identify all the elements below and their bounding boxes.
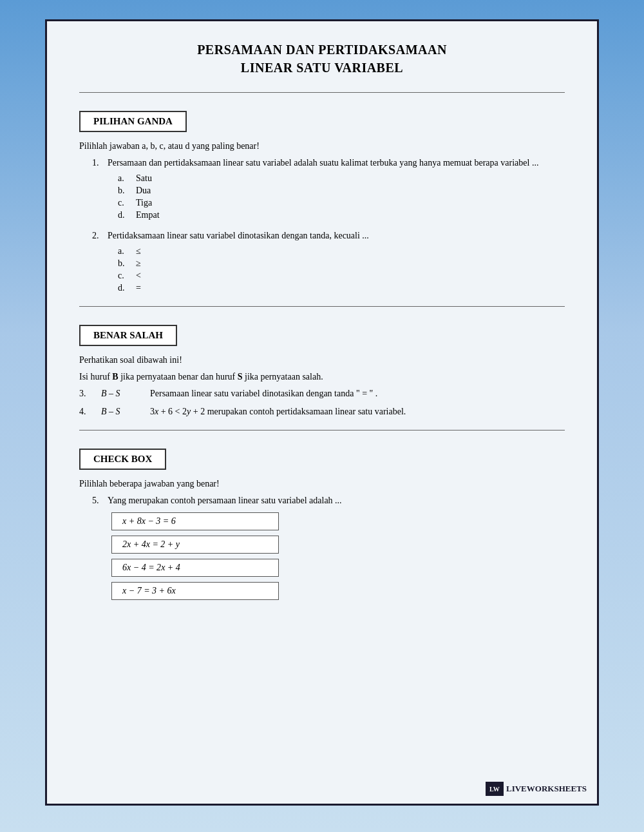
- q1-option-c-text: Tiga: [136, 198, 152, 208]
- q1-option-a-text: Satu: [136, 173, 152, 184]
- q1-option-b[interactable]: b. Dua: [118, 186, 565, 196]
- bs-instruction2: Isi huruf B jika pernyataan benar dan hu…: [79, 372, 565, 382]
- benar-salah-header: BENAR SALAH: [79, 325, 177, 346]
- cb-option-2[interactable]: 2x + 4x = 2 + y: [111, 536, 279, 554]
- cb-option-1[interactable]: x + 8x − 3 = 6: [111, 512, 279, 530]
- cb-option-4[interactable]: x − 7 = 3 + 6x: [111, 582, 279, 600]
- q2-option-d[interactable]: d. =: [118, 283, 565, 293]
- q2-text: Pertidaksamaan linear satu variabel dino…: [108, 231, 369, 241]
- q1-option-b-letter: b.: [118, 186, 131, 196]
- bs-q3-text: Persamaan linear satu variabel dinotasik…: [150, 389, 377, 399]
- badge-icon: LW: [486, 782, 504, 796]
- q2-option-a[interactable]: a. ≤: [118, 246, 565, 256]
- pilihan-ganda-instruction: Pilihlah jawaban a, b, c, atau d yang pa…: [79, 141, 565, 151]
- main-title: PERSAMAAN DAN PERTIDAKSAMAAN LINEAR SATU…: [79, 41, 565, 77]
- q1-option-a[interactable]: a. Satu: [118, 173, 565, 184]
- q1-option-c[interactable]: c. Tiga: [118, 198, 565, 208]
- question-1: 1. Persamaan dan pertidaksamaan linear s…: [79, 158, 565, 220]
- bs-q4-text: 3x + 6 < 2y + 2 merupakan contoh pertida…: [150, 407, 406, 417]
- q1-option-d[interactable]: d. Empat: [118, 210, 565, 220]
- q2-options: a. ≤ b. ≥ c. < d. =: [92, 246, 565, 293]
- q1-num: 1.: [92, 158, 104, 168]
- check-box-header: CHECK BOX: [79, 449, 166, 470]
- bs-question-4: 4. B – S 3x + 6 < 2y + 2 merupakan conto…: [79, 407, 565, 417]
- q1-text: Persamaan dan pertidaksamaan linear satu…: [108, 158, 538, 168]
- bs-instruction1: Perhatikan soal dibawah ini!: [79, 355, 565, 365]
- question-2: 2. Pertidaksamaan linear satu variabel d…: [79, 231, 565, 293]
- worksheet-page: PERSAMAAN DAN PERTIDAKSAMAAN LINEAR SATU…: [45, 19, 599, 806]
- cb-q5-text: Yang merupakan contoh persamaan linear s…: [108, 496, 342, 506]
- benar-salah-section: BENAR SALAH Perhatikan soal dibawah ini!…: [79, 318, 565, 417]
- liveworksheets-badge: LW LIVEWORKSHEETS: [486, 782, 587, 796]
- bs-question-3: 3. B – S Persamaan linear satu variabel …: [79, 389, 565, 399]
- cb-question-5: 5. Yang merupakan contoh persamaan linea…: [79, 496, 565, 600]
- pilihan-ganda-section: PILIHAN GANDA Pilihlah jawaban a, b, c, …: [79, 104, 565, 293]
- q1-option-b-text: Dua: [136, 186, 151, 196]
- check-box-section: CHECK BOX Pilihlah beberapa jawaban yang…: [79, 442, 565, 600]
- q1-option-d-letter: d.: [118, 210, 131, 220]
- q2-num: 2.: [92, 231, 104, 241]
- q1-option-c-letter: c.: [118, 198, 131, 208]
- cb-option-3[interactable]: 6x − 4 = 2x + 4: [111, 559, 279, 577]
- cb-instruction: Pilihlah beberapa jawaban yang benar!: [79, 479, 565, 489]
- q1-option-a-letter: a.: [118, 173, 131, 184]
- pilihan-ganda-header: PILIHAN GANDA: [79, 111, 187, 132]
- cb-options: x + 8x − 3 = 6 2x + 4x = 2 + y 6x − 4 = …: [92, 512, 565, 600]
- q1-options: a. Satu b. Dua c. Tiga d. Empat: [92, 173, 565, 220]
- q1-option-d-text: Empat: [136, 210, 160, 220]
- q2-option-b[interactable]: b. ≥: [118, 258, 565, 269]
- q2-option-c[interactable]: c. <: [118, 271, 565, 281]
- badge-label: LIVEWORKSHEETS: [506, 784, 587, 794]
